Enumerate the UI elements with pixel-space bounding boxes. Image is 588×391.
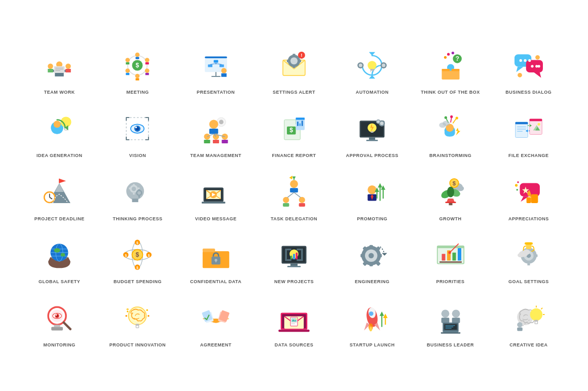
engineering-icon (352, 234, 392, 275)
monitoring-label: MONITORING (43, 342, 75, 348)
svg-rect-28 (205, 57, 227, 59)
business-leader-icon (430, 298, 471, 338)
svg-point-23 (126, 68, 130, 73)
svg-rect-243 (285, 249, 287, 261)
svg-point-10 (65, 64, 71, 69)
svg-point-81 (54, 121, 61, 128)
svg-point-57 (382, 64, 386, 67)
svg-line-129 (453, 119, 456, 124)
engineering-label: ENGINEERING (355, 279, 390, 285)
svg-rect-257 (370, 245, 373, 249)
svg-point-256 (369, 253, 374, 259)
svg-point-79 (535, 55, 540, 60)
svg-rect-158 (132, 199, 138, 202)
goal-settings-label: GOAL SETTINGS (508, 279, 549, 285)
svg-text:$: $ (148, 254, 150, 258)
icon-cell-budget-spending: $ $ $ $ $ BUDGET SPENDING (98, 229, 176, 288)
svg-text:$: $ (136, 266, 138, 270)
svg-point-335 (452, 309, 460, 318)
svg-marker-151 (55, 183, 64, 192)
svg-point-94 (219, 120, 224, 124)
icon-cell-presentation: PRESENTATION (177, 40, 255, 98)
svg-rect-16 (136, 57, 139, 59)
svg-rect-11 (65, 69, 71, 72)
svg-marker-265 (382, 253, 388, 256)
svg-rect-164 (138, 187, 140, 189)
icon-cell-product-innovation: PRODUCT INNOVATION (98, 293, 176, 351)
svg-marker-153 (59, 178, 66, 183)
svg-rect-244 (287, 249, 291, 251)
icon-cell-monitoring: MONITORING (20, 293, 98, 351)
svg-rect-314 (278, 330, 309, 332)
icon-grid: TEAM WORK $ (0, 25, 588, 366)
svg-rect-42 (292, 54, 295, 56)
svg-point-302 (126, 315, 128, 317)
new-projects-icon (274, 234, 314, 275)
svg-rect-171 (202, 202, 225, 204)
svg-point-188 (368, 185, 377, 194)
task-delegation-icon (274, 172, 314, 212)
video-message-icon (196, 172, 236, 212)
svg-rect-51 (371, 69, 374, 71)
icon-cell-appreciations: APPRECIATIONS (490, 167, 568, 225)
icon-cell-project-deadline: PROJECT DEADLINE (20, 167, 98, 225)
finance-report-icon: $ (274, 108, 314, 149)
svg-point-130 (455, 116, 458, 119)
svg-rect-206 (445, 202, 456, 203)
svg-rect-295 (51, 327, 63, 331)
svg-text:$: $ (125, 254, 127, 258)
svg-rect-38 (221, 73, 227, 77)
think-out-of-the-box-label: THINK OUT OF THE BOX (421, 90, 480, 96)
svg-point-41 (290, 58, 298, 65)
svg-rect-271 (452, 253, 456, 261)
svg-rect-241 (290, 264, 298, 266)
svg-marker-48 (369, 52, 375, 56)
svg-text:$: $ (136, 241, 138, 245)
svg-point-221 (61, 253, 65, 257)
agreement-icon (196, 298, 236, 338)
svg-line-293 (64, 323, 70, 329)
settings-alert-label: SETTINGS ALERT (273, 90, 315, 96)
svg-rect-253 (296, 253, 298, 259)
svg-rect-168 (138, 196, 140, 198)
icon-cell-thinking-process: THINKING PROCESS (98, 167, 176, 225)
svg-point-132 (450, 115, 453, 118)
approval-process-label: APPROVAL PROCESS (346, 153, 398, 159)
svg-rect-70 (526, 60, 543, 73)
svg-rect-45 (299, 60, 301, 62)
svg-rect-61 (442, 69, 450, 71)
svg-rect-248 (297, 259, 301, 261)
thinking-process-icon (117, 172, 158, 212)
svg-rect-18 (145, 62, 149, 64)
svg-point-220 (54, 248, 60, 253)
svg-rect-113 (297, 122, 299, 126)
budget-spending-icon: $ $ $ $ $ (117, 234, 158, 275)
business-dialog-icon (508, 45, 549, 86)
svg-rect-184 (299, 203, 305, 207)
startup-launch-label: STARTUP LAUNCH (350, 342, 395, 348)
svg-point-134 (444, 116, 447, 119)
svg-rect-20 (145, 73, 149, 75)
svg-point-137 (443, 121, 450, 126)
svg-point-72 (519, 59, 522, 62)
svg-point-304 (148, 315, 150, 317)
svg-rect-162 (133, 192, 135, 194)
svg-rect-98 (204, 140, 210, 143)
svg-point-25 (126, 58, 130, 62)
svg-point-285 (523, 250, 530, 255)
team-management-icon (196, 108, 236, 149)
svg-text:$: $ (136, 252, 139, 259)
svg-rect-260 (379, 254, 382, 258)
approval-process-icon (352, 108, 392, 149)
svg-text:$: $ (452, 180, 456, 186)
svg-point-214 (517, 181, 519, 183)
budget-spending-label: BUDGET SPENDING (114, 279, 162, 285)
svg-rect-334 (441, 318, 449, 323)
agreement-label: AGREEMENT (200, 342, 232, 348)
svg-rect-272 (458, 248, 461, 261)
svg-rect-26 (126, 62, 130, 64)
growth-label: GROWTH (439, 216, 462, 222)
monitoring-icon (39, 298, 80, 338)
svg-point-166 (137, 191, 141, 194)
svg-point-75 (531, 65, 533, 67)
